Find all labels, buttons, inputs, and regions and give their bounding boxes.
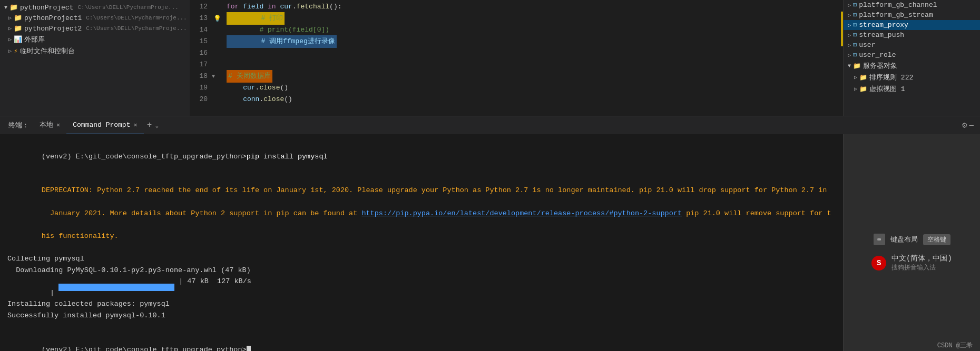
- ime-title: 中文(简体，中国): [891, 254, 952, 263]
- file-tree-label: pythonProject2: [24, 25, 82, 33]
- db-item-server-objects[interactable]: ▼ 📁 服务器对象: [844, 60, 980, 72]
- tab-local-label: 本地: [40, 120, 53, 129]
- gutter: 💡 ▼: [212, 0, 222, 116]
- divider: —: [967, 121, 976, 129]
- terminal-line-collecting: Collecting pymysql: [7, 253, 836, 265]
- arrow-icon: ▷: [854, 74, 857, 81]
- keyboard-layout-row: ⌨ 键盘布局 空格键: [874, 234, 950, 245]
- tab-close-icon[interactable]: ✕: [133, 121, 137, 129]
- folder-icon: 📁: [859, 85, 867, 93]
- folder-icon: 📁: [14, 24, 22, 33]
- lib-icon: 📊: [14, 35, 22, 44]
- tab-add-button[interactable]: +: [144, 121, 155, 130]
- folder-icon: 📁: [859, 74, 867, 82]
- table-icon: ⊞: [853, 1, 857, 9]
- folder-icon: 📁: [14, 14, 22, 22]
- arrow-icon: ▷: [848, 42, 851, 48]
- code-editor: 12 13 14 15 16 17 18 19 20 💡: [190, 0, 843, 116]
- terminal-line-deprecation: DEPRECATION: Python 2.7 reached the end …: [7, 174, 836, 253]
- file-tree-path: C:\Users\DELL\PycharmProje...: [86, 25, 187, 32]
- code-line-16: [227, 47, 843, 59]
- table-icon: ⊞: [853, 11, 857, 19]
- db-item-label: platform_gb_stream: [859, 11, 933, 19]
- db-item-label: stream_proxy: [859, 21, 908, 29]
- comment-text: # print(field[0]): [227, 24, 329, 36]
- file-tree-path: C:\Users\DELL\PycharmProje...: [86, 15, 187, 21]
- db-item-stream-proxy[interactable]: ▷ ⊞ stream_proxy: [844, 20, 980, 30]
- file-tree-item[interactable]: ▷ 📊 外部库: [0, 34, 190, 45]
- temp-icon: ⚡: [14, 47, 18, 55]
- tab-chevron-icon[interactable]: ⌄: [155, 122, 159, 129]
- terminal-output[interactable]: (venv2) E:\git_code\console_tftp_upgrade…: [0, 134, 843, 351]
- arrow-icon: ▷: [848, 52, 851, 58]
- file-tree-label: pythonProject1: [24, 14, 82, 22]
- ime-panel: ⌨ 键盘布局 空格键 S 中文(简体，中国) 搜狗拼音输入法 CSDN @三希: [843, 134, 980, 351]
- terminal-body: (venv2) E:\git_code\console_tftp_upgrade…: [0, 134, 980, 351]
- folder-icon: 📁: [853, 62, 861, 70]
- bulb-icon: 💡: [213, 15, 221, 23]
- terminal-progress-line: || 47 kB 127 kB/s: [7, 276, 836, 298]
- db-item-label: 排序规则 222: [869, 73, 913, 82]
- terminal-line-success: Successfully installed pymysql-0.10.1: [7, 310, 836, 322]
- terminal-cursor: [247, 346, 251, 351]
- db-item-virtual-views[interactable]: ▷ 📁 虚拟视图 1: [844, 83, 980, 95]
- folder-icon: 📁: [9, 3, 18, 12]
- db-item-label: 虚拟视图 1: [869, 84, 905, 94]
- file-tree-label: 临时文件和控制台: [20, 46, 75, 56]
- tab-command-prompt[interactable]: Command Prompt ✕: [66, 116, 143, 135]
- file-tree-item[interactable]: ▷ 📁 pythonProject1 C:\Users\DELL\Pycharm…: [0, 13, 190, 23]
- terminal-prefix-label: 终端：: [4, 121, 33, 130]
- terminal-blank-line: [7, 322, 836, 333]
- terminal-link[interactable]: https://pip.pypa.io/en/latest/developmen…: [361, 209, 682, 217]
- db-item-label: stream_push: [859, 31, 904, 39]
- arrow-icon: ▷: [848, 32, 851, 38]
- terminal-line-prompt: (venv2) E:\git_code\console_tftp_upgrade…: [7, 333, 836, 351]
- tab-close-icon[interactable]: ✕: [56, 121, 60, 129]
- line-numbers: 12 13 14 15 16 17 18 19 20: [190, 0, 212, 116]
- keyboard-icon: ⌨: [874, 234, 885, 245]
- code-line-12: for field in cur.fetchall():: [227, 1, 843, 13]
- db-item-sort-rules[interactable]: ▷ 📁 排序规则 222: [844, 72, 980, 83]
- keyboard-layout-label: 键盘布局: [890, 235, 918, 244]
- ime-main-row: S 中文(简体，中国) 搜狗拼音输入法: [871, 254, 952, 272]
- terminal-area: 终端： 本地 ✕ Command Prompt ✕ + ⌄ ⚙ — (venv2…: [0, 116, 980, 351]
- keyword: for: [227, 1, 239, 13]
- code-line-19: cur.close(): [227, 82, 843, 94]
- tab-local[interactable]: 本地 ✕: [33, 116, 66, 135]
- arrow-icon: ▷: [848, 22, 851, 28]
- highlighted-text-orange: # 关闭数据库: [227, 70, 272, 83]
- db-item-platform-gb-channel[interactable]: ▷ ⊞ platform_gb_channel: [844, 0, 980, 10]
- code-line-18: # 关闭数据库: [227, 71, 843, 82]
- db-item-label: user_role: [859, 51, 896, 59]
- db-item-stream-push[interactable]: ▷ ⊞ stream_push: [844, 30, 980, 40]
- code-line-17: [227, 59, 843, 71]
- spacebar-badge: 空格键: [923, 234, 950, 245]
- code-line-15: # 调用ffmpeg进行录像: [227, 36, 843, 47]
- table-icon: ⊞: [853, 51, 857, 59]
- file-tree-label: 外部库: [24, 35, 45, 44]
- scroll-indicator[interactable]: [841, 12, 843, 46]
- sogou-logo: S: [871, 256, 886, 270]
- arrow-icon: ▷: [848, 12, 851, 18]
- file-tree-item[interactable]: ▼ 📁 pythonProject C:\Users\DELL\PycharmP…: [0, 2, 190, 13]
- db-item-platform-gb-stream[interactable]: ▷ ⊞ platform_gb_stream: [844, 10, 980, 20]
- code-line-13: # 打印: [227, 13, 843, 24]
- terminal-line-installing: Installing collected packages: pymysql: [7, 298, 836, 310]
- table-icon: ⊞: [853, 21, 857, 29]
- code-content[interactable]: for field in cur.fetchall(): # 打印 # prin…: [222, 0, 843, 116]
- terminal-line-command: (venv2) E:\git_code\console_tftp_upgrade…: [7, 139, 836, 174]
- terminal-tabs: 终端： 本地 ✕ Command Prompt ✕ + ⌄ ⚙ —: [0, 116, 980, 134]
- code-line-20: conn.close(): [227, 94, 843, 105]
- arrow-icon: ▷: [8, 48, 12, 54]
- terminal-line-downloading: Downloading PyMySQL-0.10.1-py2.py3-none-…: [7, 265, 836, 276]
- fold-icon[interactable]: ▼: [212, 74, 215, 79]
- file-tree-item[interactable]: ▷ ⚡ 临时文件和控制台: [0, 45, 190, 57]
- db-item-label: user: [859, 41, 875, 49]
- file-tree-item[interactable]: ▷ 📁 pythonProject2 C:\Users\DELL\Pycharm…: [0, 23, 190, 34]
- settings-gear-icon[interactable]: ⚙: [962, 120, 967, 131]
- arrow-icon: ▷: [848, 2, 851, 8]
- db-item-user-role[interactable]: ▷ ⊞ user_role: [844, 50, 980, 60]
- db-item-user[interactable]: ▷ ⊞ user: [844, 40, 980, 50]
- highlighted-text: # 打印: [227, 12, 285, 25]
- db-item-label: platform_gb_channel: [859, 1, 937, 9]
